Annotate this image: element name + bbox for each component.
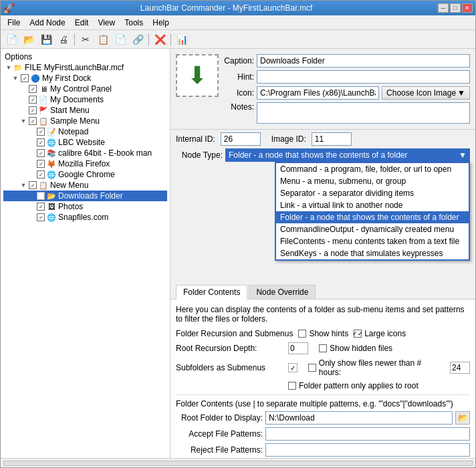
- image-id-input[interactable]: [312, 132, 352, 146]
- expand-icon[interactable]: ▼: [19, 181, 27, 189]
- list-item[interactable]: ▶ ✓ 📝 Notepad: [3, 126, 167, 137]
- minimize-button[interactable]: ─: [438, 3, 449, 13]
- large-icons-label[interactable]: ✓ Large icons: [354, 329, 406, 338]
- list-item[interactable]: ▶ ✓ 🦊 Mozilla Firefox: [3, 158, 167, 169]
- expand-icon[interactable]: ▼: [11, 74, 19, 82]
- new-button[interactable]: 📄: [3, 32, 19, 47]
- list-item[interactable]: ▶ ✓ 🌐 Snapfiles.com: [3, 212, 167, 223]
- list-item[interactable]: ▶ ✓ 🖼 Photos: [3, 201, 167, 212]
- show-hints-label[interactable]: Show hints: [298, 329, 348, 338]
- tree-checkbox[interactable]: ✓: [29, 106, 37, 114]
- dropdown-item-menu[interactable]: Menu - a menu, submenu, or group: [276, 175, 469, 187]
- dropdown-item-sendkeys[interactable]: SendKeys - a node that simulates keypres…: [276, 247, 469, 259]
- node-type-row: Node Type: Folder - a node that shows th…: [170, 148, 475, 164]
- menu-file[interactable]: File: [3, 17, 24, 29]
- large-icons-checkbox[interactable]: ✓: [354, 330, 362, 338]
- hint-row: Hint:: [224, 70, 470, 84]
- tree-checkbox[interactable]: ✓: [37, 128, 45, 136]
- dropdown-arrow-icon: ▼: [457, 88, 465, 98]
- show-hints-checkbox[interactable]: [298, 330, 306, 338]
- delete-button[interactable]: ❌: [152, 32, 168, 47]
- cut-button[interactable]: ✂: [78, 32, 94, 47]
- tree-checkbox[interactable]: ✓: [29, 96, 37, 104]
- expand-icon[interactable]: ▼: [5, 64, 13, 72]
- menu-view[interactable]: View: [94, 17, 119, 29]
- open-button[interactable]: 📂: [21, 32, 37, 47]
- tree-options[interactable]: Options: [3, 51, 167, 62]
- control-panel-icon: 🖥: [38, 84, 49, 94]
- paste-button[interactable]: 📄: [112, 32, 128, 47]
- newer-hours-input[interactable]: [450, 362, 470, 374]
- pattern-label[interactable]: Folder pattern only applies to root: [288, 381, 419, 390]
- tree-item-label: Downloads Folder: [58, 191, 123, 201]
- dropdown-item-command[interactable]: Command - a program, file, folder, or ur…: [276, 163, 469, 175]
- list-item[interactable]: ▶ ✓ 📚 calibre 64bit - E-book manageme: [3, 148, 167, 158]
- tree-file[interactable]: ▼ 📁 FILE MyFirstLaunchBar.mcf: [3, 62, 167, 73]
- dropdown-item-separator[interactable]: Separator - a separator dividing items: [276, 187, 469, 199]
- caption-input[interactable]: [257, 54, 470, 68]
- tree-checkbox[interactable]: ✓: [21, 74, 29, 82]
- save-button[interactable]: 💾: [38, 32, 54, 47]
- list-item[interactable]: ▼ ✓ 🔵 My First Dock: [3, 73, 167, 84]
- list-item[interactable]: ▶ ✓ 🚩 Start Menu: [3, 105, 167, 116]
- menu-edit[interactable]: Edit: [71, 17, 93, 29]
- link-button[interactable]: 🔗: [130, 32, 146, 47]
- tree-checkbox[interactable]: ✓: [37, 170, 45, 179]
- notepad-icon: 📝: [46, 127, 57, 136]
- tree-checkbox[interactable]: ✓: [37, 138, 45, 146]
- dropdown-item-cmdline[interactable]: CommandlineOutput - dynamically created …: [276, 223, 469, 235]
- tree-checkbox[interactable]: ✓: [29, 117, 37, 125]
- root-recursion-input[interactable]: [288, 342, 308, 354]
- scroll-track[interactable]: [3, 461, 473, 466]
- list-item[interactable]: ▼ ✓ 📋 Sample Menu: [3, 116, 167, 126]
- menu-tools[interactable]: Tools: [120, 17, 147, 29]
- icon-path-input[interactable]: [257, 86, 379, 100]
- dropdown-item-filecontents[interactable]: FileContents - menu contents taken from …: [276, 235, 469, 247]
- newer-label[interactable]: Only show files newer than # hours:: [308, 358, 445, 377]
- dropdown-item-folder[interactable]: Folder - a node that shows the contents …: [276, 211, 469, 223]
- list-item[interactable]: ▶ ✓ 🌐 LBC Website: [3, 137, 167, 148]
- subfolders-checkbox[interactable]: ✓: [288, 363, 298, 372]
- hint-input[interactable]: [257, 70, 470, 84]
- tree-checkbox[interactable]: ✓: [37, 160, 45, 168]
- menu-add-node[interactable]: Add Node: [25, 17, 69, 29]
- pattern-checkbox[interactable]: [288, 382, 296, 390]
- expand-icon[interactable]: ▼: [19, 117, 27, 125]
- tree-checkbox[interactable]: ✓: [29, 181, 37, 189]
- newer-checkbox[interactable]: [308, 364, 316, 372]
- close-button[interactable]: ✕: [462, 3, 473, 13]
- caption-label: Caption:: [224, 56, 254, 66]
- list-item[interactable]: ▶ ✓ 🖥 My Control Panel: [3, 84, 167, 94]
- tree-checkbox[interactable]: ✓: [37, 149, 45, 157]
- list-item[interactable]: ▶ ✓ 📂 Downloads Folder: [3, 191, 167, 201]
- tree-checkbox[interactable]: ✓: [29, 85, 37, 93]
- list-item[interactable]: ▶ ✓ 📄 My Documents: [3, 94, 167, 105]
- tree-checkbox[interactable]: ✓: [37, 192, 45, 200]
- reject-file-input[interactable]: [265, 443, 470, 457]
- show-hidden-checkbox[interactable]: [319, 344, 327, 352]
- tree-checkbox[interactable]: ✓: [37, 213, 45, 221]
- list-item[interactable]: ▶ ✓ 🌐 Google Chrome: [3, 169, 167, 180]
- copy-button[interactable]: 📋: [95, 32, 111, 47]
- node-type-select[interactable]: Folder - a node that shows the contents …: [225, 148, 470, 162]
- horizontal-scrollbar[interactable]: [1, 458, 475, 467]
- tab-node-override[interactable]: Node Override: [249, 285, 316, 299]
- internal-id-input[interactable]: [221, 132, 261, 146]
- recursion-label: Folder Recursion and Submenus: [176, 329, 293, 338]
- root-folder-input[interactable]: [265, 411, 453, 425]
- choose-icon-button[interactable]: Choose Icon Image ▼: [382, 86, 470, 100]
- chart-button[interactable]: 📊: [174, 32, 190, 47]
- menu-help[interactable]: Help: [148, 17, 173, 29]
- dropdown-item-link[interactable]: Link - a virtual link to another node: [276, 199, 469, 211]
- maximize-button[interactable]: □: [450, 3, 461, 13]
- show-hidden-label[interactable]: Show hidden files: [319, 344, 392, 353]
- print-button[interactable]: 🖨: [55, 32, 72, 47]
- notes-input[interactable]: [257, 102, 470, 124]
- browse-folder-button[interactable]: 📂: [455, 411, 470, 425]
- tab-folder-contents[interactable]: Folder Contents: [176, 285, 247, 300]
- list-item[interactable]: ▼ ✓ 📋 New Menu: [3, 180, 167, 191]
- accept-file-input[interactable]: [265, 427, 470, 441]
- tree-checkbox[interactable]: ✓: [37, 203, 45, 211]
- tree-item-label: Mozilla Firefox: [58, 159, 110, 168]
- preview-icon: ⬇: [187, 62, 207, 90]
